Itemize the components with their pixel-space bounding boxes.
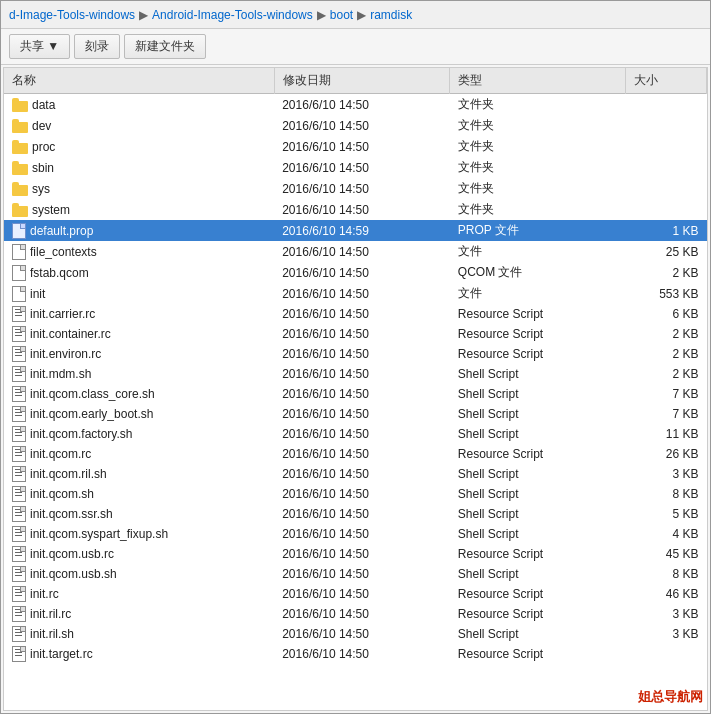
table-row[interactable]: init.ril.rc2016/6/10 14:50Resource Scrip… <box>4 604 707 624</box>
breadcrumb-sep-3: ▶ <box>357 8 366 22</box>
table-row[interactable]: init.environ.rc2016/6/10 14:50Resource S… <box>4 344 707 364</box>
file-size-cell: 8 KB <box>625 484 706 504</box>
folder-icon <box>12 119 28 133</box>
col-header-size[interactable]: 大小 <box>625 68 706 94</box>
table-row[interactable]: init.qcom.usb.rc2016/6/10 14:50Resource … <box>4 544 707 564</box>
breadcrumb-item-4[interactable]: ramdisk <box>370 8 412 22</box>
script-icon <box>12 466 26 482</box>
file-type-cell: 文件 <box>450 283 626 304</box>
file-name-cell: proc <box>4 136 274 157</box>
script-icon <box>12 586 26 602</box>
table-row[interactable]: init2016/6/10 14:50文件553 KB <box>4 283 707 304</box>
file-type-cell: Shell Script <box>450 424 626 444</box>
table-row[interactable]: init.qcom.ssr.sh2016/6/10 14:50Shell Scr… <box>4 504 707 524</box>
file-name-text: sbin <box>32 161 54 175</box>
file-date-cell: 2016/6/10 14:50 <box>274 178 450 199</box>
folder-icon <box>12 140 28 154</box>
file-size-cell: 8 KB <box>625 564 706 584</box>
file-size-cell: 26 KB <box>625 444 706 464</box>
file-type-cell: 文件夹 <box>450 94 626 116</box>
table-row[interactable]: dev2016/6/10 14:50文件夹 <box>4 115 707 136</box>
file-type-cell: Resource Script <box>450 344 626 364</box>
script-icon <box>12 526 26 542</box>
table-row[interactable]: init.qcom.class_core.sh2016/6/10 14:50Sh… <box>4 384 707 404</box>
file-date-cell: 2016/6/10 14:50 <box>274 364 450 384</box>
file-name-text: dev <box>32 119 51 133</box>
file-name-cell: default.prop <box>4 220 274 241</box>
file-list-container[interactable]: 名称 修改日期 类型 大小 data2016/6/10 14:50文件夹dev2… <box>3 67 708 711</box>
burn-button[interactable]: 刻录 <box>74 34 120 59</box>
file-size-cell: 553 KB <box>625 283 706 304</box>
file-size-cell: 46 KB <box>625 584 706 604</box>
file-name-text: init.target.rc <box>30 647 93 661</box>
script-icon <box>12 346 26 362</box>
file-name-text: sys <box>32 182 50 196</box>
col-header-type[interactable]: 类型 <box>450 68 626 94</box>
file-name-cell: init.qcom.early_boot.sh <box>4 404 274 424</box>
file-type-cell: 文件夹 <box>450 157 626 178</box>
table-row[interactable]: proc2016/6/10 14:50文件夹 <box>4 136 707 157</box>
script-icon <box>12 566 26 582</box>
file-name-cell: init.qcom.usb.rc <box>4 544 274 564</box>
file-size-cell: 3 KB <box>625 604 706 624</box>
col-header-name[interactable]: 名称 <box>4 68 274 94</box>
table-row[interactable]: data2016/6/10 14:50文件夹 <box>4 94 707 116</box>
file-size-cell <box>625 136 706 157</box>
table-row[interactable]: init.qcom.rc2016/6/10 14:50Resource Scri… <box>4 444 707 464</box>
breadcrumb-item-1[interactable]: d-Image-Tools-windows <box>9 8 135 22</box>
table-row[interactable]: file_contexts2016/6/10 14:50文件25 KB <box>4 241 707 262</box>
table-row[interactable]: init.container.rc2016/6/10 14:50Resource… <box>4 324 707 344</box>
table-row[interactable]: init.rc2016/6/10 14:50Resource Script46 … <box>4 584 707 604</box>
table-row[interactable]: init.mdm.sh2016/6/10 14:50Shell Script2 … <box>4 364 707 384</box>
file-date-cell: 2016/6/10 14:50 <box>274 304 450 324</box>
new-folder-button[interactable]: 新建文件夹 <box>124 34 206 59</box>
toolbar: 共享 ▼ 刻录 新建文件夹 <box>1 29 710 65</box>
file-date-cell: 2016/6/10 14:50 <box>274 199 450 220</box>
breadcrumb-item-2[interactable]: Android-Image-Tools-windows <box>152 8 313 22</box>
file-name-text: init.container.rc <box>30 327 111 341</box>
file-name-text: init.qcom.usb.sh <box>30 567 117 581</box>
file-type-cell: Shell Script <box>450 624 626 644</box>
file-table: 名称 修改日期 类型 大小 data2016/6/10 14:50文件夹dev2… <box>4 68 707 664</box>
table-row[interactable]: init.qcom.early_boot.sh2016/6/10 14:50Sh… <box>4 404 707 424</box>
file-date-cell: 2016/6/10 14:50 <box>274 524 450 544</box>
file-name-text: system <box>32 203 70 217</box>
file-date-cell: 2016/6/10 14:50 <box>274 444 450 464</box>
table-row[interactable]: init.qcom.ril.sh2016/6/10 14:50Shell Scr… <box>4 464 707 484</box>
table-row[interactable]: sbin2016/6/10 14:50文件夹 <box>4 157 707 178</box>
table-row[interactable]: init.qcom.syspart_fixup.sh2016/6/10 14:5… <box>4 524 707 544</box>
table-row[interactable]: init.ril.sh2016/6/10 14:50Shell Script3 … <box>4 624 707 644</box>
table-row[interactable]: fstab.qcom2016/6/10 14:50QCOM 文件2 KB <box>4 262 707 283</box>
file-name-text: init.mdm.sh <box>30 367 91 381</box>
file-name-cell: init.qcom.syspart_fixup.sh <box>4 524 274 544</box>
file-size-cell: 2 KB <box>625 364 706 384</box>
file-name-text: init.qcom.usb.rc <box>30 547 114 561</box>
file-date-cell: 2016/6/10 14:50 <box>274 241 450 262</box>
table-header-row: 名称 修改日期 类型 大小 <box>4 68 707 94</box>
breadcrumb-item-3[interactable]: boot <box>330 8 353 22</box>
file-name-text: init.ril.rc <box>30 607 71 621</box>
file-type-cell: 文件夹 <box>450 136 626 157</box>
file-name-text: init.rc <box>30 587 59 601</box>
table-row[interactable]: init.target.rc2016/6/10 14:50Resource Sc… <box>4 644 707 664</box>
file-type-cell: Shell Script <box>450 484 626 504</box>
table-row[interactable]: default.prop2016/6/10 14:59PROP 文件1 KB <box>4 220 707 241</box>
file-name-cell: init.rc <box>4 584 274 604</box>
table-row[interactable]: sys2016/6/10 14:50文件夹 <box>4 178 707 199</box>
file-date-cell: 2016/6/10 14:50 <box>274 324 450 344</box>
table-row[interactable]: init.qcom.factory.sh2016/6/10 14:50Shell… <box>4 424 707 444</box>
file-size-cell: 25 KB <box>625 241 706 262</box>
folder-icon <box>12 182 28 196</box>
table-row[interactable]: init.qcom.sh2016/6/10 14:50Shell Script8… <box>4 484 707 504</box>
share-button[interactable]: 共享 ▼ <box>9 34 70 59</box>
file-name-cell: sbin <box>4 157 274 178</box>
table-row[interactable]: system2016/6/10 14:50文件夹 <box>4 199 707 220</box>
table-row[interactable]: init.qcom.usb.sh2016/6/10 14:50Shell Scr… <box>4 564 707 584</box>
table-row[interactable]: init.carrier.rc2016/6/10 14:50Resource S… <box>4 304 707 324</box>
file-size-cell: 3 KB <box>625 624 706 644</box>
file-size-cell: 1 KB <box>625 220 706 241</box>
file-name-cell: init.qcom.ril.sh <box>4 464 274 484</box>
prop-icon <box>12 223 26 239</box>
file-date-cell: 2016/6/10 14:50 <box>274 384 450 404</box>
col-header-date[interactable]: 修改日期 <box>274 68 450 94</box>
